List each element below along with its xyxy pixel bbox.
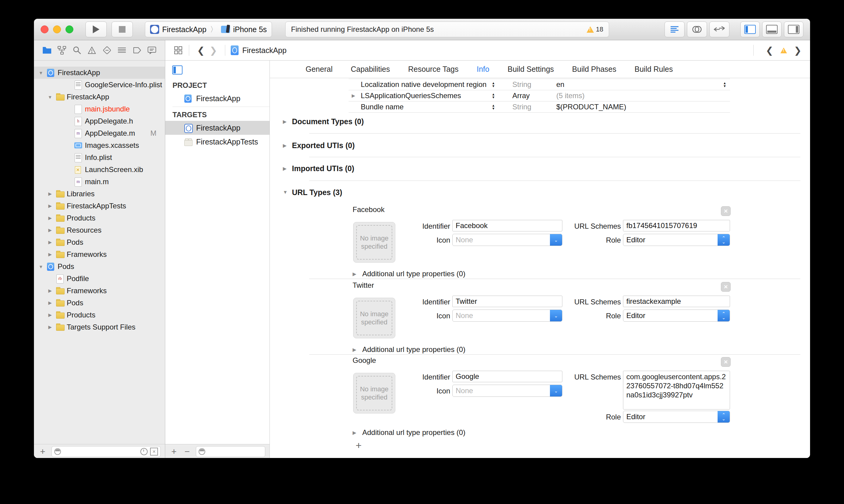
tree-item[interactable]: Images.xcassets: [34, 139, 165, 151]
plist-value[interactable]: (5 items): [556, 91, 585, 100]
tree-item[interactable]: ▶Products: [34, 212, 165, 224]
tab-build-phases[interactable]: Build Phases: [572, 65, 616, 74]
disclosure-triangle[interactable]: ▶: [46, 312, 55, 318]
tree-item[interactable]: main.jsbundle: [34, 103, 165, 115]
toggle-debug-area-button[interactable]: [762, 21, 781, 37]
disclosure-triangle[interactable]: ▶: [283, 166, 292, 172]
disclosure-triangle[interactable]: ▶: [46, 203, 55, 209]
disclosure-triangle[interactable]: ▼: [36, 264, 46, 269]
tree-item[interactable]: hAppDelegate.h: [34, 115, 165, 127]
icon-dropdown[interactable]: None ⌄: [452, 234, 562, 246]
minimize-window-button[interactable]: [53, 25, 61, 33]
url-schemes-input[interactable]: [623, 295, 730, 307]
back-button[interactable]: ❮: [195, 45, 207, 56]
disclosure-triangle[interactable]: ▼: [46, 94, 55, 100]
tab-general[interactable]: General: [306, 65, 332, 74]
url-schemes-input[interactable]: [623, 220, 730, 231]
stop-button[interactable]: [111, 21, 133, 37]
forward-button[interactable]: ❯: [207, 45, 220, 56]
issue-warning-icon[interactable]: [780, 48, 787, 53]
tree-item[interactable]: ▶Pods: [34, 297, 165, 309]
remove-url-type-button[interactable]: ✕: [721, 357, 730, 367]
tree-item[interactable]: ▼FirestackApp: [34, 91, 165, 103]
key-stepper-icon[interactable]: [492, 93, 495, 99]
disclosure-triangle[interactable]: ▶: [352, 271, 362, 277]
plist-row[interactable]: ▶ LSApplicationQueriesSchemes Array (5 i…: [349, 90, 730, 102]
run-button[interactable]: [86, 21, 107, 37]
breakpoint-navigator-icon[interactable]: [132, 45, 142, 55]
issue-navigator-icon[interactable]: [87, 45, 97, 55]
tree-item[interactable]: ▶Resources: [34, 224, 165, 236]
jumpbar-title[interactable]: FirestackApp: [242, 46, 287, 55]
version-editor-button[interactable]: [709, 21, 729, 37]
scm-status-filter-icon[interactable]: ✕: [150, 448, 158, 455]
tree-item[interactable]: ▶Pods: [34, 236, 165, 248]
disclosure-triangle[interactable]: ▶: [46, 215, 55, 221]
section-imported-utis[interactable]: ▶ Imported UTIs (0): [283, 163, 355, 174]
navigator-filter-field[interactable]: ✕: [52, 446, 161, 457]
plist-row[interactable]: Bundle name String $(PRODUCT_NAME): [349, 102, 730, 113]
role-dropdown[interactable]: Editor ⌃⌄: [623, 411, 730, 423]
scheme-selector[interactable]: FirestackApp 〉 iPhone 5s: [145, 21, 272, 37]
tree-item[interactable]: GoogleService-Info.plist: [34, 79, 165, 91]
targets-filter-field[interactable]: [196, 446, 265, 457]
tree-item[interactable]: ▶Products: [34, 309, 165, 321]
identifier-input[interactable]: [452, 295, 562, 307]
disclosure-triangle[interactable]: ▶: [283, 119, 292, 125]
identifier-input[interactable]: [452, 220, 562, 231]
plist-type[interactable]: String: [512, 80, 531, 89]
disclosure-triangle[interactable]: ▶: [46, 288, 55, 293]
search-navigator-icon[interactable]: [72, 45, 82, 55]
disclosure-triangle[interactable]: ▶: [352, 93, 355, 98]
value-stepper-icon[interactable]: [723, 82, 726, 88]
standard-editor-button[interactable]: [665, 21, 685, 37]
hide-targets-list-icon[interactable]: [172, 66, 183, 74]
additional-properties-row[interactable]: ▶ Additional url type properties (0): [352, 345, 465, 354]
warning-count[interactable]: 18: [596, 25, 603, 33]
add-file-button[interactable]: +: [38, 447, 47, 456]
target-item[interactable]: FirestackApp: [165, 121, 270, 135]
related-items-icon[interactable]: [173, 45, 184, 55]
disclosure-triangle[interactable]: ▼: [283, 190, 292, 195]
disclosure-triangle[interactable]: ▶: [352, 430, 362, 435]
disclosure-triangle[interactable]: ▶: [283, 143, 292, 148]
plist-value[interactable]: en: [556, 80, 565, 89]
close-window-button[interactable]: [41, 25, 49, 33]
key-stepper-icon[interactable]: [492, 82, 495, 88]
tree-item[interactable]: ▶Targets Support Files: [34, 321, 165, 333]
project-item[interactable]: FirestackApp: [165, 91, 270, 105]
assistant-editor-button[interactable]: [687, 21, 707, 37]
section-exported-utis[interactable]: ▶ Exported UTIs (0): [283, 140, 355, 151]
previous-issue-button[interactable]: ❮: [763, 45, 776, 56]
tab-build-settings[interactable]: Build Settings: [507, 65, 554, 74]
plist-value[interactable]: $(PRODUCT_NAME): [556, 103, 626, 111]
plist-type[interactable]: Array: [512, 91, 530, 100]
recent-files-icon[interactable]: [140, 448, 148, 455]
key-stepper-icon[interactable]: [492, 104, 495, 110]
tab-info[interactable]: Info: [477, 65, 489, 74]
plist-row[interactable]: Localization native development region S…: [349, 79, 730, 90]
test-navigator-icon[interactable]: [102, 45, 112, 55]
disclosure-triangle[interactable]: ▶: [46, 324, 55, 330]
disclosure-triangle[interactable]: ▶: [352, 347, 362, 353]
tree-item[interactable]: mAppDelegate.mM: [34, 127, 165, 139]
remove-url-type-button[interactable]: ✕: [721, 282, 730, 292]
report-navigator-icon[interactable]: [147, 45, 157, 55]
url-schemes-input[interactable]: com.googleusercontent.apps.223760557072-…: [623, 371, 730, 410]
disclosure-triangle[interactable]: ▶: [46, 239, 55, 245]
tree-item[interactable]: Info.plist: [34, 151, 165, 164]
warning-icon[interactable]: [587, 26, 594, 33]
disclosure-triangle[interactable]: ▶: [46, 300, 55, 306]
role-dropdown[interactable]: Editor ⌃⌄: [623, 234, 730, 246]
tab-capabilities[interactable]: Capabilities: [351, 65, 390, 74]
identifier-input[interactable]: [452, 371, 562, 382]
disclosure-triangle[interactable]: ▶: [46, 228, 55, 233]
section-url-types[interactable]: ▼ URL Types (3): [283, 187, 342, 198]
add-url-type-button[interactable]: +: [356, 440, 362, 450]
tree-item[interactable]: ▼Pods: [34, 260, 165, 273]
icon-dropdown[interactable]: None ⌄: [452, 309, 562, 322]
tree-item[interactable]: ▶Frameworks: [34, 248, 165, 260]
tree-item[interactable]: mmain.m: [34, 176, 165, 188]
role-dropdown[interactable]: Editor ⌃⌄: [623, 309, 730, 322]
toggle-utilities-button[interactable]: [784, 21, 803, 37]
